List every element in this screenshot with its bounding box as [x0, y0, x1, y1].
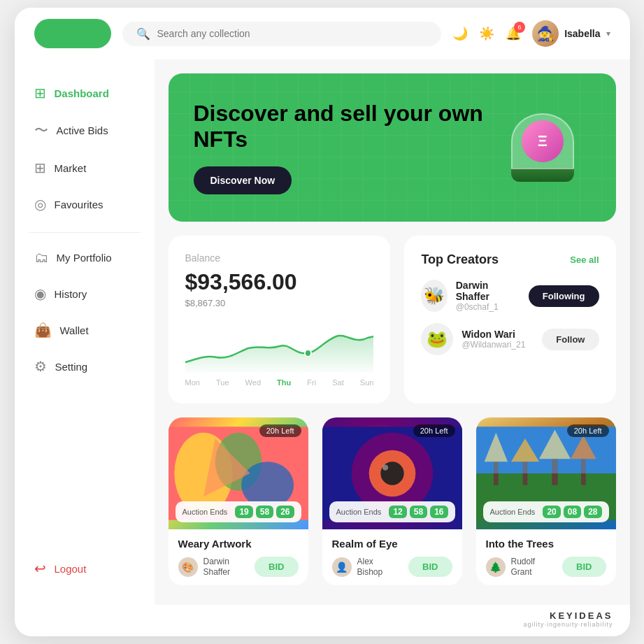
hero-title: Discover and sell your own NFTs [194, 101, 494, 152]
chart-svg [185, 317, 374, 373]
creator-info-0: Darwin Shaffer @0schaf_1 [456, 280, 512, 312]
sidebar-label-logout: Logout [55, 563, 87, 575]
brand-tagline: agility·ingenuity·reliability [31, 621, 613, 628]
follow-button-1[interactable]: Follow [542, 329, 599, 350]
search-icon: 🔍 [136, 27, 150, 41]
timer-h-2: 20 [543, 506, 560, 518]
nft-title-1: Realm of Eye [332, 538, 452, 550]
light-mode-toggle[interactable]: ☀️ [479, 26, 494, 41]
sidebar-item-my-portfolio[interactable]: 🗂 My Portfolio [23, 241, 146, 274]
day-wed: Wed [245, 378, 261, 387]
timer-m-0: 58 [256, 506, 273, 518]
market-icon: ⊞ [34, 159, 46, 176]
svg-point-0 [304, 350, 310, 357]
nft-creator-avatar-1: 👤 [332, 557, 352, 577]
sidebar-label-setting: Setting [55, 361, 88, 373]
svg-point-10 [382, 465, 387, 471]
nft-footer-1: 👤 Alex Bishop BID [332, 557, 452, 577]
nft-card-2: 20h Left Auction Ends 20 08 28 Into the … [476, 417, 616, 585]
nft-info-0: Weary Artwork 🎨 Darwin Shaffer BID [169, 529, 308, 585]
sidebar-label-portfolio: My Portfolio [57, 252, 112, 264]
top-creators-card: Top Creators See all 🐝 Darwin Shaffer @0… [404, 236, 615, 403]
nft-badge-0: 20h Left [259, 424, 301, 437]
chevron-down-icon: ▾ [606, 29, 610, 38]
discover-now-button[interactable]: Discover Now [194, 166, 292, 194]
timer-m-2: 08 [564, 506, 581, 518]
nft-image-wrap-2: 20h Left Auction Ends 20 08 28 [476, 417, 616, 529]
bid-button-1[interactable]: BID [408, 557, 452, 577]
creator-avatar-1: 🐸 [421, 323, 453, 355]
nft-card-0: 20h Left Auction Ends 19 58 26 Weary Art… [169, 417, 308, 585]
balance-chart [185, 317, 374, 373]
creator-row-0: 🐝 Darwin Shaffer @0schaf_1 Following [421, 280, 599, 312]
portfolio-icon: 🗂 [34, 250, 48, 266]
sidebar-spacer [23, 386, 146, 552]
creator-row-1: 🐸 Widon Wari @Wildanwari_21 Follow [421, 323, 599, 355]
nft-card-1: 20h Left Auction Ends 12 58 16 Realm of … [322, 417, 462, 585]
bid-button-0[interactable]: BID [255, 557, 298, 577]
user-name: Isabella [564, 28, 600, 39]
setting-icon: ⚙ [34, 358, 47, 375]
search-input[interactable] [157, 28, 428, 39]
nft-badge-1: 20h Left [413, 424, 455, 437]
notification-badge: 6 [514, 22, 525, 33]
dark-mode-toggle[interactable]: 🌙 [452, 26, 468, 41]
sidebar-item-history[interactable]: ◉ History [23, 277, 146, 310]
chart-days: Mon Tue Wed Thu Fri Sat Sun [185, 378, 374, 387]
nft-creator-0: 🎨 Darwin Shaffer [178, 557, 230, 577]
auction-timer-0: 19 58 26 [235, 506, 294, 518]
creator-info-1: Widon Wari @Wildanwari_21 [461, 329, 525, 350]
nft-footer-2: 🌲 Rudolf Grant BID [486, 557, 606, 577]
mid-row: Balance $93,566.00 $8,867.30 [169, 236, 616, 403]
nft-image-wrap-0: 20h Left Auction Ends 19 58 26 [169, 417, 308, 529]
active-bids-icon: 〜 [34, 121, 48, 140]
sidebar-item-dashboard[interactable]: ⊞ Dashboard [23, 76, 146, 110]
auction-timer-1: 12 58 16 [389, 506, 448, 518]
dashboard-icon: ⊞ [34, 85, 46, 101]
auction-bar-2: Auction Ends 20 08 28 [483, 501, 609, 522]
sidebar-item-wallet[interactable]: 👜 Wallet [23, 313, 146, 347]
day-fri: Fri [307, 378, 316, 387]
sidebar-item-logout[interactable]: ↩ Logout [23, 552, 146, 585]
balance-label: Balance [185, 252, 374, 264]
top-creators-title: Top Creators [421, 252, 499, 267]
sidebar-label-market: Market [55, 162, 87, 174]
auction-timer-2: 20 08 28 [543, 506, 601, 518]
creator-avatar-0: 🐝 [421, 280, 447, 312]
sidebar-item-active-bids[interactable]: 〜 Active Bids [23, 113, 146, 148]
avatar: 🧙 [532, 20, 559, 47]
see-all-link[interactable]: See all [570, 255, 599, 265]
nft-creator-2: 🌲 Rudolf Grant [486, 557, 536, 577]
day-sun: Sun [360, 378, 374, 387]
creator-name-0: Darwin Shaffer [456, 280, 512, 302]
footer-brand: KEYIDEAS agility·ingenuity·reliability [15, 605, 630, 636]
sidebar-item-market[interactable]: ⊞ Market [23, 151, 146, 185]
day-tue: Tue [216, 378, 229, 387]
nft-creator-name-0: Darwin Shaffer [203, 557, 230, 577]
nft-cards-row: 20h Left Auction Ends 19 58 26 Weary Art… [169, 417, 616, 585]
creator-handle-1: @Wildanwari_21 [461, 340, 525, 350]
auction-label-0: Auction Ends [183, 508, 228, 516]
timer-s-1: 16 [430, 506, 448, 518]
bid-button-2[interactable]: BID [562, 557, 606, 577]
logo-button[interactable] [34, 19, 111, 48]
auction-bar-0: Auction Ends 19 58 26 [176, 501, 301, 522]
hero-banner: Discover and sell your own NFTs Discover… [169, 73, 616, 222]
nft-info-2: Into the Trees 🌲 Rudolf Grant BID [476, 529, 616, 585]
balance-sub: $8,867.30 [185, 298, 374, 308]
favourites-icon: ◎ [34, 196, 46, 213]
sidebar-item-setting[interactable]: ⚙ Setting [23, 350, 146, 383]
header-icons: 🌙 ☀️ 🔔 6 🧙 Isabella ▾ [452, 20, 610, 47]
history-icon: ◉ [34, 285, 46, 302]
nft-image-wrap-1: 20h Left Auction Ends 12 58 16 [322, 417, 462, 529]
nft-creator-avatar-0: 🎨 [178, 557, 198, 577]
balance-amount: $93,566.00 [185, 269, 374, 295]
notification-button[interactable]: 🔔 6 [506, 26, 521, 41]
following-button-0[interactable]: Following [529, 285, 599, 307]
user-info[interactable]: 🧙 Isabella ▾ [532, 20, 610, 47]
logout-icon: ↩ [34, 560, 46, 577]
sidebar-item-favourites[interactable]: ◎ Favourites [23, 187, 146, 221]
brand-name: KEYIDEAS [550, 610, 613, 621]
creator-handle-0: @0schaf_1 [456, 302, 512, 312]
sidebar-label-dashboard: Dashboard [55, 87, 109, 99]
